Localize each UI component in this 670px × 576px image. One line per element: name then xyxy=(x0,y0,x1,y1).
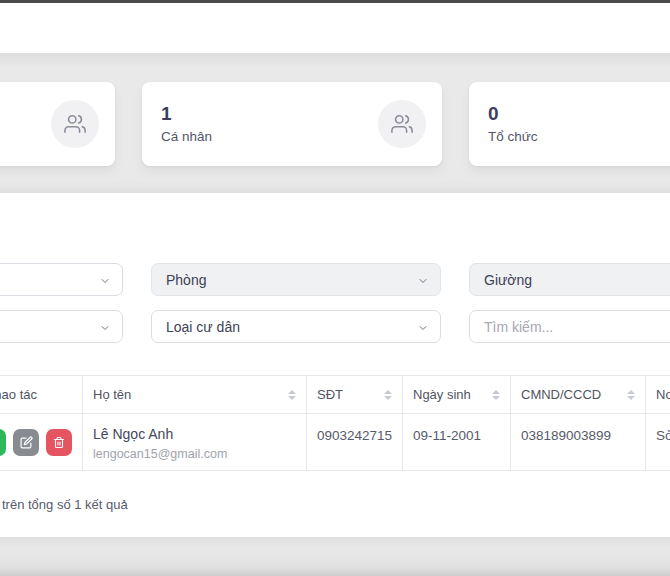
stat-label: Tổ chức xyxy=(488,129,538,145)
filter-select-row2[interactable] xyxy=(0,310,123,343)
residents-table: Thao tác Họ tên SĐT Ngày sinh xyxy=(0,375,670,471)
select-value: Phòng xyxy=(166,272,206,288)
chevron-down-icon xyxy=(417,321,429,337)
stat-label: Cá nhân xyxy=(161,129,212,145)
users-icon xyxy=(51,100,99,148)
delete-button[interactable] xyxy=(46,429,72,456)
view-button[interactable] xyxy=(0,429,6,456)
residents-panel: Phòng Giường xyxy=(0,193,670,537)
person-name: Lê Ngọc Anh xyxy=(93,427,296,441)
stat-value: 1 xyxy=(161,103,212,125)
stat-value: 0 xyxy=(488,103,538,125)
sort-icon[interactable] xyxy=(627,390,635,400)
stat-card-individuals: 1 Cá nhân xyxy=(142,82,442,166)
room-select[interactable]: Phòng xyxy=(151,263,441,296)
table-row: Lê Ngọc Anh lengocan15@gmail.com 0903242… xyxy=(0,414,670,471)
content-background: 1 Cá nhân 0 Tổ chức xyxy=(0,53,670,576)
column-header-name: Họ tên xyxy=(83,376,307,413)
stat-card-organizations: 0 Tổ chức xyxy=(469,82,670,166)
edit-button[interactable] xyxy=(13,429,39,456)
sort-icon[interactable] xyxy=(384,390,392,400)
row-issue-place-cell: Sở Cảnh sát ĐKQL cư trú và DLQG về dân c… xyxy=(646,414,670,470)
filter-select-row1[interactable] xyxy=(0,263,123,296)
row-dob-cell: 09-11-2001 xyxy=(403,414,511,470)
sort-icon[interactable] xyxy=(492,390,500,400)
resident-type-select[interactable]: Loại cư dân xyxy=(151,310,441,343)
row-phone-cell: 0903242715 xyxy=(307,414,403,470)
column-header-actions: Thao tác xyxy=(0,376,83,413)
stats-cards-row: 1 Cá nhân 0 Tổ chức xyxy=(0,82,670,166)
sort-icon[interactable] xyxy=(288,390,296,400)
column-header-id: CMND/CCCD xyxy=(511,376,646,413)
person-email: lengocan15@gmail.com xyxy=(93,448,296,461)
row-actions xyxy=(0,414,83,470)
app-header xyxy=(0,3,670,53)
column-header-phone: SĐT xyxy=(307,376,403,413)
trash-icon xyxy=(53,436,65,449)
search-box xyxy=(469,310,670,343)
select-value: Giường xyxy=(484,272,532,288)
search-input[interactable] xyxy=(484,319,670,335)
row-id-cell: 038189003899 xyxy=(511,414,646,470)
chevron-down-icon xyxy=(99,321,111,337)
row-name-cell: Lê Ngọc Anh lengocan15@gmail.com xyxy=(83,414,307,470)
filters-grid: Phòng Giường xyxy=(0,263,670,343)
chevron-down-icon xyxy=(99,274,111,290)
chevron-down-icon xyxy=(417,274,429,290)
results-summary: trên tổng số 1 kết quả xyxy=(0,497,670,512)
table-header-row: Thao tác Họ tên SĐT Ngày sinh xyxy=(0,376,670,414)
stat-card-1 xyxy=(0,82,115,166)
bed-select[interactable]: Giường xyxy=(469,263,670,296)
edit-icon xyxy=(20,436,33,449)
users-icon xyxy=(378,100,426,148)
column-header-issue-place: Nơi cấp xyxy=(646,376,670,413)
resident-management-screen: 1 Cá nhân 0 Tổ chức xyxy=(0,0,670,576)
column-header-dob: Ngày sinh xyxy=(403,376,511,413)
select-value: Loại cư dân xyxy=(166,319,240,335)
